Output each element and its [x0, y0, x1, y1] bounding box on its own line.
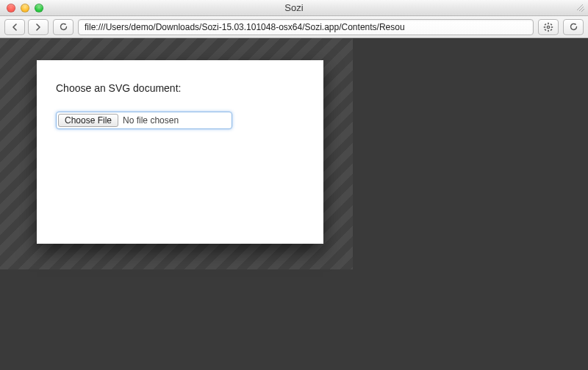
window-title: Sozi — [0, 2, 588, 13]
choose-file-button[interactable]: Choose File — [58, 114, 118, 127]
svg-rect-4 — [548, 22, 549, 23]
settings-button[interactable] — [538, 19, 559, 35]
app-content: Choose an SVG document: Choose File No f… — [0, 38, 588, 370]
open-file-card: Choose an SVG document: Choose File No f… — [37, 60, 323, 244]
svg-rect-10 — [545, 29, 547, 31]
svg-rect-9 — [551, 23, 553, 25]
svg-rect-5 — [548, 29, 549, 31]
forward-button[interactable] — [28, 19, 49, 35]
titlebar: Sozi — [0, 0, 588, 16]
svg-rect-6 — [544, 26, 545, 28]
svg-point-12 — [548, 26, 549, 27]
svg-line-0 — [577, 4, 583, 10]
address-bar[interactable]: file:///Users/demo/Downloads/Sozi-15.03.… — [78, 19, 534, 35]
minimize-window-button[interactable] — [21, 4, 29, 12]
choose-file-label: Choose File — [65, 115, 112, 126]
close-window-button[interactable] — [7, 4, 15, 12]
prompt-label: Choose an SVG document: — [56, 82, 304, 94]
resize-icon — [575, 2, 585, 12]
gear-icon — [543, 22, 553, 32]
reload-button-right[interactable] — [563, 19, 584, 35]
svg-rect-7 — [551, 26, 553, 28]
svg-line-2 — [581, 9, 584, 12]
back-button[interactable] — [4, 19, 25, 35]
svg-rect-8 — [545, 23, 547, 25]
file-input[interactable]: Choose File No file chosen — [56, 112, 232, 129]
traffic-lights — [0, 4, 43, 12]
url-text: file:///Users/demo/Downloads/Sozi-15.03.… — [85, 22, 405, 32]
svg-rect-11 — [551, 29, 553, 31]
toolbar: file:///Users/demo/Downloads/Sozi-15.03.… — [0, 16, 588, 38]
reload-button[interactable] — [53, 19, 74, 35]
file-status-text: No file chosen — [121, 115, 179, 126]
zoom-window-button[interactable] — [35, 4, 43, 12]
